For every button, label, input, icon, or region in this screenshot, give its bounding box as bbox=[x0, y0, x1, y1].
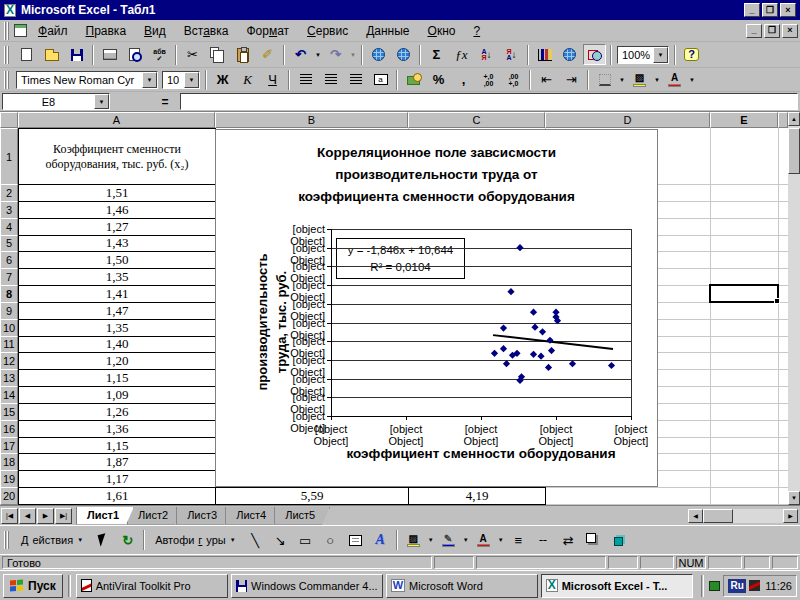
undo-button[interactable]: ↶ bbox=[289, 44, 312, 65]
vertical-scrollbar[interactable]: ▲ ▼ bbox=[788, 112, 800, 505]
zoom-combo[interactable]: 100%▼ bbox=[617, 46, 669, 64]
row-header-15[interactable]: 15 bbox=[0, 403, 18, 421]
close-button[interactable]: × bbox=[780, 3, 796, 17]
fill-color-button-dropdown[interactable]: ▼ bbox=[652, 69, 662, 90]
row-header-3[interactable]: 3 bbox=[0, 201, 18, 219]
sort-ascending-button[interactable]: АЯ↓ bbox=[475, 44, 498, 65]
minimize-button[interactable]: _ bbox=[746, 24, 762, 38]
copy-button[interactable] bbox=[206, 44, 229, 65]
increase-indent-button[interactable]: ⇥ bbox=[560, 69, 583, 90]
cell-a4[interactable]: 1,27 bbox=[18, 218, 216, 236]
cut-button[interactable]: ✂ bbox=[181, 44, 204, 65]
select-objects-button[interactable] bbox=[91, 530, 114, 551]
sheet-tab-5[interactable]: Лист5 bbox=[274, 507, 330, 525]
wordart-button[interactable]: A bbox=[369, 530, 392, 551]
task-button-1[interactable]: AntiViral Toolkit Pro bbox=[76, 574, 228, 598]
line-color-button-dropdown[interactable]: ▼ bbox=[461, 530, 471, 551]
cell-a19[interactable]: 1,17 bbox=[18, 470, 216, 488]
shadow-button[interactable] bbox=[582, 530, 605, 551]
row-header-7[interactable]: 7 bbox=[0, 268, 18, 286]
cell-a10[interactable]: 1,35 bbox=[18, 319, 216, 337]
sheet-tab-3[interactable]: Лист3 bbox=[176, 507, 232, 525]
row-header-11[interactable]: 11 bbox=[0, 336, 18, 354]
column-header-E[interactable]: E bbox=[710, 112, 778, 128]
autosum-button[interactable]: Σ bbox=[425, 44, 448, 65]
edit-formula-button[interactable]: = bbox=[156, 94, 174, 110]
line-button[interactable]: ╲ bbox=[244, 530, 267, 551]
sheet-tab-2[interactable]: Лист2 bbox=[127, 507, 183, 525]
open-button[interactable] bbox=[40, 44, 63, 65]
fill-color-button[interactable]: ▨ bbox=[628, 69, 651, 90]
menu-правка[interactable]: Правка bbox=[77, 21, 136, 41]
toolbar-drag-handle[interactable] bbox=[4, 531, 11, 549]
menu-данные[interactable]: Данные bbox=[357, 21, 418, 41]
sort-descending-button[interactable]: ЯА↓ bbox=[500, 44, 523, 65]
column-header-partial[interactable] bbox=[778, 112, 788, 128]
horizontal-scrollbar[interactable]: ◀ ▶ bbox=[688, 509, 798, 523]
column-header-C[interactable]: C bbox=[408, 112, 545, 128]
row-header-8[interactable]: 8 bbox=[0, 285, 18, 303]
fill-color-button[interactable]: ▨ bbox=[402, 530, 425, 551]
percent-style-button[interactable]: % bbox=[427, 69, 450, 90]
sheet-tab-1[interactable]: Лист1 bbox=[76, 507, 134, 525]
sheet-tab-4[interactable]: Лист4 bbox=[225, 507, 281, 525]
restore-button[interactable]: ❐ bbox=[762, 3, 778, 17]
row-header-20[interactable]: 20 bbox=[0, 487, 18, 505]
undo-button-dropdown[interactable]: ▼ bbox=[313, 44, 323, 65]
row-header-14[interactable]: 14 bbox=[0, 386, 18, 404]
oval-button[interactable]: ○ bbox=[319, 530, 342, 551]
cell-a7[interactable]: 1,35 bbox=[18, 268, 216, 286]
font-name-combo[interactable]: Times New Roman Cyr▼ bbox=[16, 71, 158, 89]
new-workbook-button[interactable] bbox=[15, 44, 38, 65]
chart[interactable]: Корреляционное поле завсисмости производ… bbox=[215, 129, 658, 487]
cell-a11[interactable]: 1,40 bbox=[18, 336, 216, 354]
close-button[interactable]: × bbox=[782, 24, 798, 38]
last-sheet-button[interactable]: ▶| bbox=[55, 508, 72, 524]
menubar-drag-handle[interactable] bbox=[4, 22, 11, 40]
font-name-combo-dropdown[interactable]: ▼ bbox=[142, 72, 157, 88]
cell-a15[interactable]: 1,26 bbox=[18, 403, 216, 421]
cell-b20[interactable]: 5,59 bbox=[215, 487, 409, 505]
cell-a9[interactable]: 1,47 bbox=[18, 302, 216, 320]
restore-button[interactable]: ❐ bbox=[764, 24, 780, 38]
cell-a17[interactable]: 1,15 bbox=[18, 437, 216, 455]
cell-a3[interactable]: 1,46 bbox=[18, 201, 216, 219]
font-size-combo[interactable]: 10▼ bbox=[162, 71, 200, 89]
cell-a8[interactable]: 1,41 bbox=[18, 285, 216, 303]
line-color-button[interactable]: ✎ bbox=[437, 530, 460, 551]
row-header-19[interactable]: 19 bbox=[0, 470, 18, 488]
drawing-button[interactable] bbox=[583, 44, 606, 65]
horizontal-scroll-thumb[interactable] bbox=[703, 509, 733, 523]
task-button-2[interactable]: Windows Commander 4... bbox=[231, 574, 383, 598]
free-rotate-button[interactable]: ↻ bbox=[116, 530, 139, 551]
row-header-18[interactable]: 18 bbox=[0, 453, 18, 471]
dash-style-button[interactable]: ╌ bbox=[532, 530, 555, 551]
first-sheet-button[interactable]: |◀ bbox=[1, 508, 18, 524]
font-color-button-dropdown[interactable]: ▼ bbox=[496, 530, 506, 551]
chart-wizard-button[interactable] bbox=[533, 44, 556, 65]
cell-a1[interactable]: Коэффициент сменностиоборудования, тыс. … bbox=[18, 128, 216, 185]
scroll-left-button[interactable]: ◀ bbox=[688, 509, 703, 523]
column-header-B[interactable]: B bbox=[215, 112, 408, 128]
cell-a2[interactable]: 1,51 bbox=[18, 184, 216, 202]
italic-button[interactable]: К bbox=[236, 69, 259, 90]
toolbar-drag-handle[interactable] bbox=[4, 46, 11, 64]
decrease-decimal-button[interactable]: ,00+,0 bbox=[502, 69, 525, 90]
threed-button[interactable] bbox=[607, 530, 630, 551]
menu-окно[interactable]: Окно bbox=[419, 21, 465, 41]
draw-actions-button[interactable]: Действия ▼ bbox=[14, 530, 90, 551]
arrow-button[interactable]: ↘ bbox=[269, 530, 292, 551]
scroll-right-button[interactable]: ▶ bbox=[783, 509, 798, 523]
active-cell-e8[interactable] bbox=[709, 284, 779, 303]
cell-a13[interactable]: 1,15 bbox=[18, 369, 216, 387]
increase-decimal-button[interactable]: +,0,00 bbox=[477, 69, 500, 90]
paste-function-button[interactable]: ƒx bbox=[450, 44, 473, 65]
tray-antivirus-icon[interactable] bbox=[749, 580, 760, 591]
row-header-12[interactable]: 12 bbox=[0, 352, 18, 370]
minimize-button[interactable]: _ bbox=[744, 3, 760, 17]
cell-a18[interactable]: 1,87 bbox=[18, 453, 216, 471]
fill-color-button-dropdown[interactable]: ▼ bbox=[426, 530, 436, 551]
redo-button[interactable]: ↷ bbox=[324, 44, 347, 65]
excel-logo-icon[interactable]: X bbox=[4, 4, 16, 17]
row-header-5[interactable]: 5 bbox=[0, 235, 18, 253]
